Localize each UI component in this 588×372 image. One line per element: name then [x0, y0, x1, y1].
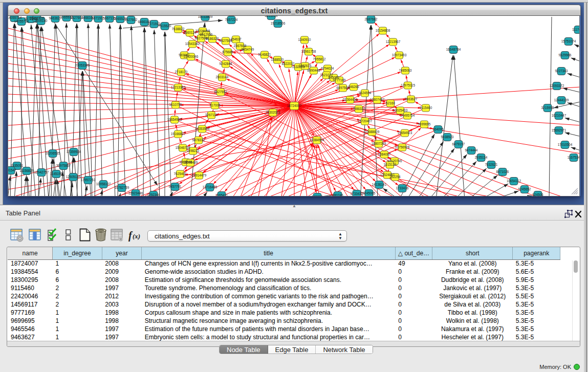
svg-text:2009140: 2009140: [35, 19, 48, 23]
svg-text:8990448: 8990448: [308, 69, 320, 72]
svg-text:1527602: 1527602: [125, 18, 138, 21]
svg-text:10756928: 10756928: [395, 145, 410, 149]
svg-text:19654923: 19654923: [398, 131, 412, 135]
svg-text:7485063: 7485063: [399, 69, 412, 72]
svg-text:1292344: 1292344: [147, 193, 160, 196]
svg-text:16210447: 16210447: [552, 114, 567, 117]
svg-text:8471026: 8471026: [496, 170, 509, 173]
svg-text:8660124: 8660124: [184, 31, 197, 34]
svg-text:9463627: 9463627: [405, 97, 418, 101]
svg-text:1498222: 1498222: [187, 149, 200, 152]
svg-text:12942757: 12942757: [34, 170, 49, 174]
svg-text:15692971: 15692971: [552, 128, 567, 132]
svg-text:10958107: 10958107: [96, 182, 111, 186]
svg-text:1733436: 1733436: [396, 186, 409, 190]
svg-text:(x): (x): [133, 232, 140, 240]
svg-text:8912956: 8912956: [200, 33, 213, 36]
svg-text:9242848: 9242848: [220, 62, 232, 65]
svg-text:7625402: 7625402: [174, 172, 187, 176]
svg-text:10807487: 10807487: [370, 98, 385, 101]
svg-text:9777169: 9777169: [333, 78, 346, 82]
svg-text:10688609: 10688609: [365, 130, 380, 134]
svg-text:14055714: 14055714: [8, 16, 22, 19]
svg-text:19166827: 19166827: [171, 132, 186, 136]
svg-text:875685: 875685: [222, 50, 233, 54]
svg-text:9245652: 9245652: [518, 187, 531, 191]
svg-text:7515520: 7515520: [159, 24, 171, 28]
svg-text:2718170: 2718170: [175, 70, 188, 74]
svg-text:62160: 62160: [386, 101, 395, 105]
svg-text:14353594: 14353594: [195, 127, 210, 130]
svg-text:10120746: 10120746: [387, 159, 402, 163]
svg-text:10973493: 10973493: [392, 53, 407, 57]
svg-text:1340910: 1340910: [298, 38, 311, 41]
svg-text:6794024: 6794024: [321, 67, 334, 70]
svg-text:1145195: 1145195: [50, 172, 63, 176]
svg-text:16033809: 16033809: [198, 16, 213, 18]
svg-text:391547: 391547: [8, 168, 16, 172]
svg-text:12923446: 12923446: [128, 191, 143, 195]
svg-text:164095: 164095: [432, 127, 444, 131]
svg-text:22420046: 22420046: [184, 55, 199, 58]
svg-text:1167534: 1167534: [568, 156, 580, 159]
svg-text:12975115: 12975115: [401, 83, 415, 87]
svg-text:1117404: 1117404: [572, 28, 580, 31]
svg-text:1733435: 1733435: [351, 192, 363, 195]
svg-text:924506: 924506: [532, 193, 543, 196]
svg-text:17359934: 17359934: [67, 150, 81, 154]
svg-text:16914479: 16914479: [192, 173, 207, 177]
svg-text:1535051: 1535051: [11, 164, 24, 167]
svg-text:3215958: 3215958: [541, 106, 554, 110]
svg-text:1610755: 1610755: [169, 103, 182, 106]
svg-text:21364436: 21364436: [343, 98, 358, 101]
svg-text:5938923: 5938923: [441, 135, 454, 139]
svg-text:7986322: 7986322: [353, 107, 365, 111]
svg-text:6479197: 6479197: [452, 142, 465, 146]
svg-text:17957253: 17957253: [81, 178, 96, 182]
svg-text:7638822: 7638822: [172, 27, 185, 31]
svg-text:165039: 165039: [312, 195, 323, 196]
svg-text:8186328: 8186328: [206, 37, 219, 40]
svg-text:317006: 317006: [209, 103, 221, 107]
svg-text:19218506: 19218506: [271, 21, 286, 25]
svg-text:2367608: 2367608: [234, 44, 247, 48]
svg-text:10654112: 10654112: [507, 179, 521, 183]
svg-text:17010504: 17010504: [558, 143, 573, 146]
svg-text:1065411: 1065411: [215, 193, 228, 196]
svg-text:252254: 252254: [389, 175, 401, 179]
svg-text:12213383: 12213383: [171, 85, 186, 89]
svg-text:19384554: 19384554: [310, 138, 324, 142]
svg-text:18807249: 18807249: [372, 142, 386, 145]
svg-text:6497508: 6497508: [337, 86, 350, 90]
svg-text:16961758: 16961758: [301, 50, 316, 53]
svg-text:2935114: 2935114: [475, 156, 488, 159]
svg-text:16648784: 16648784: [446, 48, 461, 51]
svg-text:25302023: 25302023: [266, 111, 280, 114]
svg-text:9474444: 9474444: [465, 148, 478, 152]
svg-text:7857224: 7857224: [225, 18, 238, 21]
svg-text:180746: 180746: [332, 193, 343, 196]
svg-text:20053346: 20053346: [75, 63, 90, 67]
svg-text:1615132: 1615132: [384, 163, 397, 166]
svg-text:9384067: 9384067: [378, 152, 391, 156]
svg-text:2803144: 2803144: [216, 75, 229, 79]
svg-text:23226058: 23226058: [195, 29, 210, 33]
svg-text:8454749: 8454749: [242, 48, 254, 51]
svg-text:10025433: 10025433: [393, 108, 408, 112]
svg-text:9146821: 9146821: [258, 53, 271, 56]
svg-text:746266: 746266: [348, 85, 359, 89]
svg-text:18724007: 18724007: [287, 104, 302, 107]
svg-text:1362615: 1362615: [299, 64, 312, 68]
svg-text:2687682: 2687682: [365, 17, 378, 21]
svg-text:9329966: 9329966: [559, 53, 572, 57]
svg-text:9245065: 9245065: [363, 191, 376, 195]
svg-text:12093372: 12093372: [550, 84, 564, 87]
svg-text:13716485: 13716485: [203, 185, 217, 189]
svg-text:154637: 154637: [230, 37, 242, 41]
svg-text:11156829: 11156829: [19, 169, 34, 172]
svg-text:5878332: 5878332: [192, 138, 205, 142]
svg-text:9457791: 9457791: [169, 185, 182, 188]
svg-text:19654985: 19654985: [167, 118, 182, 121]
svg-text:10154808: 10154808: [376, 29, 390, 32]
svg-text:3267110: 3267110: [205, 113, 218, 117]
